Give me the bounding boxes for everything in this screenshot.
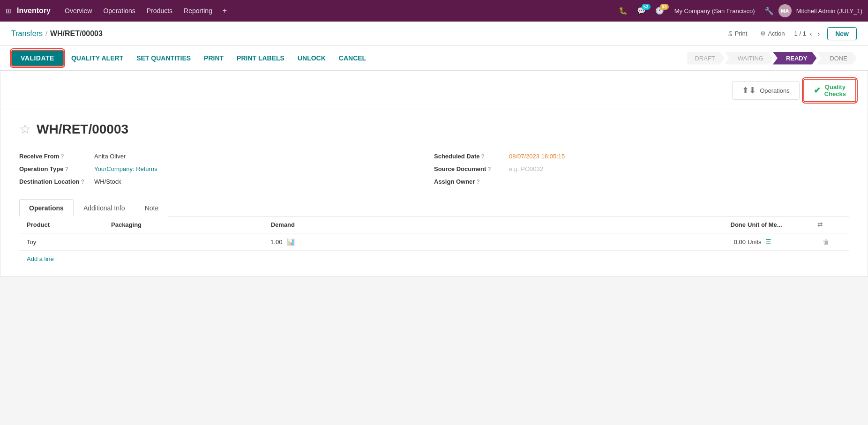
quality-checks-smart-button[interactable]: ✔ QualityChecks	[803, 79, 856, 102]
debug-icon[interactable]: 🐛	[615, 5, 631, 17]
unlock-button[interactable]: UNLOCK	[292, 51, 331, 66]
settings-icon[interactable]: 🔧	[762, 5, 777, 17]
operations-smart-button[interactable]: ⬆⬇ Operations	[732, 81, 800, 100]
add-menu-icon[interactable]: +	[219, 5, 231, 17]
action-button[interactable]: ⚙ Action	[756, 28, 788, 39]
tabs-container: Operations Additional Info Note	[19, 199, 849, 216]
col-packaging: Packaging	[111, 221, 195, 228]
form-fields: Receive From ? Anita Oliver Operation Ty…	[19, 150, 849, 188]
header-actions: 🖨 Print ⚙ Action 1 / 1 ‹ › New	[723, 27, 857, 40]
source-document-label: Source Document ?	[434, 165, 509, 172]
forecast-icon[interactable]: 📊	[287, 238, 295, 246]
add-line-button[interactable]: Add a line	[19, 251, 849, 267]
breadcrumb: Transfers / WH/RET/00003	[11, 30, 723, 38]
checkmark-icon: ✔	[814, 85, 821, 96]
col-settings-icon[interactable]: ⇄	[804, 221, 823, 228]
scheduled-date-label: Scheduled Date ?	[434, 153, 509, 160]
nav-operations[interactable]: Operations	[98, 5, 140, 16]
action-bar: VALIDATE QUALITY ALERT SET QUANTITIES PR…	[0, 46, 868, 71]
destination-location-label: Destination Location ?	[19, 178, 94, 185]
receive-from-value[interactable]: Anita Oliver	[94, 153, 126, 160]
source-document-value[interactable]: e.g. PO0032	[509, 165, 543, 172]
top-navigation: ⊞ Inventory Overview Operations Products…	[0, 0, 868, 22]
col-done: Done	[299, 221, 748, 228]
col-unit: Unit of Me...	[748, 221, 804, 228]
receive-from-label: Receive From ?	[19, 153, 94, 160]
operation-type-label: Operation Type ?	[19, 165, 94, 172]
assign-owner-row: Assign Owner ?	[434, 175, 849, 188]
next-page-button[interactable]: ›	[816, 29, 822, 38]
activity-icon[interactable]: 🕐 63	[651, 5, 668, 17]
favorite-star-icon[interactable]: ☆	[19, 121, 31, 137]
delete-row-icon[interactable]: 🗑	[823, 238, 841, 246]
assign-owner-help-icon[interactable]: ?	[476, 179, 479, 185]
row-done[interactable]: 0.00	[299, 239, 748, 246]
form-title: WH/RET/00003	[37, 122, 128, 137]
destination-location-row: Destination Location ? WH/Stock	[19, 175, 434, 188]
status-done[interactable]: DONE	[816, 52, 857, 65]
col-product: Product	[27, 221, 111, 228]
status-waiting[interactable]: WAITING	[725, 52, 773, 65]
receive-from-row: Receive From ? Anita Oliver	[19, 150, 434, 163]
nav-products[interactable]: Products	[142, 5, 177, 16]
destination-location-value[interactable]: WH/Stock	[94, 178, 121, 185]
col-demand: Demand	[195, 221, 299, 228]
breadcrumb-parent[interactable]: Transfers	[11, 30, 43, 38]
set-quantities-button[interactable]: SET QUANTITIES	[131, 51, 196, 66]
scheduled-date-value[interactable]: 08/07/2023 16:05:15	[509, 153, 565, 160]
table-header: Product Packaging Demand Done Unit of Me…	[19, 216, 849, 233]
smart-buttons-row: ⬆⬇ Operations ✔ QualityChecks	[0, 71, 868, 110]
nav-reporting[interactable]: Reporting	[179, 5, 217, 16]
operation-type-row: Operation Type ? YourCompany: Returns	[19, 163, 434, 175]
print-label: Print	[735, 30, 748, 37]
destination-location-help-icon[interactable]: ?	[81, 179, 84, 185]
pagination-text: 1 / 1	[794, 30, 806, 37]
tab-note[interactable]: Note	[135, 199, 169, 216]
table-container: Product Packaging Demand Done Unit of Me…	[19, 216, 849, 267]
right-fields: Scheduled Date ? 08/07/2023 16:05:15 Sou…	[434, 150, 849, 188]
detail-icon[interactable]: ☰	[765, 238, 771, 246]
left-fields: Receive From ? Anita Oliver Operation Ty…	[19, 150, 434, 188]
print-button-action[interactable]: PRINT	[198, 51, 229, 66]
operation-type-help-icon[interactable]: ?	[65, 166, 68, 172]
tab-operations[interactable]: Operations	[19, 199, 74, 216]
operations-icon: ⬆⬇	[742, 85, 756, 96]
operations-label: Operations	[760, 87, 790, 94]
source-document-help-icon[interactable]: ?	[487, 166, 491, 172]
validate-button[interactable]: VALIDATE	[11, 50, 64, 67]
operation-type-value[interactable]: YourCompany: Returns	[94, 165, 157, 172]
print-labels-button[interactable]: PRINT LABELS	[231, 51, 290, 66]
breadcrumb-separator: /	[45, 30, 47, 37]
table-row: Toy 1.00 📊 0.00 Units ☰ 🗑	[19, 233, 849, 251]
user-avatar[interactable]: MA	[778, 4, 792, 17]
app-grid-icon[interactable]: ⊞	[6, 7, 11, 15]
messages-icon[interactable]: 💬 53	[633, 5, 650, 17]
activity-badge: 63	[660, 4, 669, 10]
prev-page-button[interactable]: ‹	[808, 29, 814, 38]
tab-additional-info[interactable]: Additional Info	[74, 199, 135, 216]
page-header: Transfers / WH/RET/00003 🖨 Print ⚙ Actio…	[0, 22, 868, 46]
action-label: Action	[768, 30, 785, 37]
cancel-button[interactable]: CANCEL	[333, 51, 372, 66]
quality-alert-button[interactable]: QUALITY ALERT	[66, 51, 129, 66]
gear-icon: ⚙	[760, 30, 766, 37]
status-pipeline: DRAFT WAITING READY DONE	[687, 52, 857, 65]
receive-from-help-icon[interactable]: ?	[60, 153, 64, 160]
print-button[interactable]: 🖨 Print	[723, 28, 751, 39]
nav-overview[interactable]: Overview	[60, 5, 97, 16]
new-button[interactable]: New	[827, 27, 857, 40]
company-name[interactable]: My Company (San Francisco)	[670, 7, 760, 15]
status-ready[interactable]: READY	[773, 52, 817, 65]
row-product[interactable]: Toy	[27, 239, 111, 246]
quality-checks-label: QualityChecks	[824, 83, 846, 97]
messages-badge: 53	[642, 4, 651, 10]
status-draft[interactable]: DRAFT	[687, 52, 724, 65]
form-body: ☆ WH/RET/00003 Receive From ? Anita Oliv…	[0, 110, 868, 276]
scheduled-date-help-icon[interactable]: ?	[481, 153, 485, 160]
user-name[interactable]: Mitchell Admin (JULY_1)	[793, 7, 862, 15]
main-content: ⬆⬇ Operations ✔ QualityChecks ☆ WH/RET/0…	[0, 71, 868, 277]
scheduled-date-row: Scheduled Date ? 08/07/2023 16:05:15	[434, 150, 849, 163]
breadcrumb-current: WH/RET/00003	[50, 30, 103, 38]
print-icon: 🖨	[727, 30, 733, 37]
form-title-row: ☆ WH/RET/00003	[19, 121, 849, 137]
